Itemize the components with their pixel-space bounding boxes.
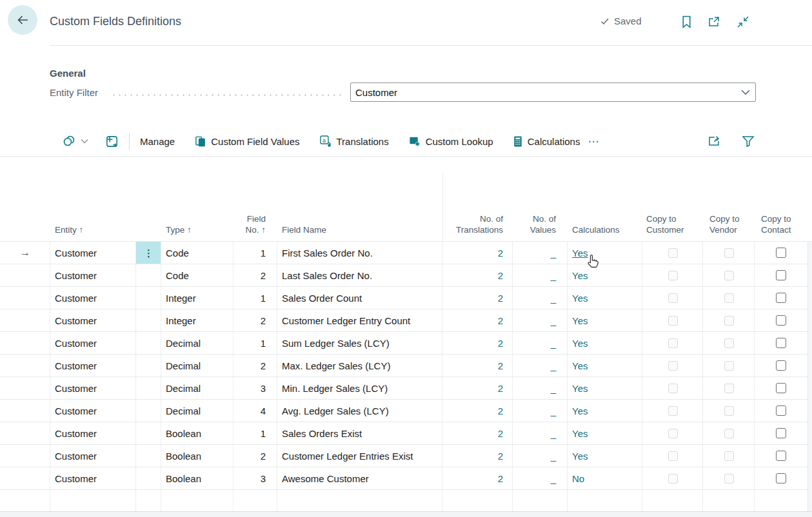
cell-entity[interactable]: Customer xyxy=(50,400,136,422)
cell-calculations-link[interactable]: Yes xyxy=(568,332,642,354)
cell-entity[interactable]: Customer xyxy=(50,309,136,331)
cell-field-no[interactable]: 2 xyxy=(233,264,277,286)
cell-calculations-link[interactable]: Yes xyxy=(568,287,642,309)
collapse-button[interactable] xyxy=(735,14,751,30)
calculations-button[interactable]: Calculations xyxy=(510,132,583,151)
column-header-entity[interactable]: Entity ↑ xyxy=(50,224,136,241)
cell-field-no[interactable]: 1 xyxy=(233,242,277,264)
cell-no-of-values-link[interactable]: _ xyxy=(513,264,568,286)
row-menu-cell[interactable] xyxy=(136,400,161,422)
row-menu-cell[interactable] xyxy=(136,422,161,444)
cell-no-of-values-link[interactable]: _ xyxy=(513,422,568,444)
cell-field-no[interactable]: 2 xyxy=(233,445,277,467)
cell-field-name[interactable]: Sales Orders Exist xyxy=(277,422,442,444)
back-button[interactable] xyxy=(8,5,37,35)
cell-no-of-values-link[interactable]: _ xyxy=(513,309,568,331)
entity-filter-select[interactable]: Customer xyxy=(350,83,756,102)
cell-type[interactable]: Integer xyxy=(161,309,233,331)
custom-lookup-button[interactable]: Custom Lookup xyxy=(406,132,496,151)
cell-field-name[interactable]: Max. Ledger Sales (LCY) xyxy=(277,355,442,376)
cell-field-name[interactable]: First Sales Order No. xyxy=(277,242,442,264)
cell-no-of-translations-link[interactable]: 2 xyxy=(442,377,513,399)
vertical-scrollbar[interactable] xyxy=(807,242,812,511)
cell-no-of-translations-link[interactable]: 2 xyxy=(442,467,513,489)
cell-entity[interactable]: Customer xyxy=(50,332,136,354)
cell-no-of-translations-link[interactable]: 2 xyxy=(442,287,513,309)
row-menu-cell[interactable] xyxy=(136,445,161,467)
cell-type[interactable]: Boolean xyxy=(161,445,233,467)
cell-no-of-translations-link[interactable]: 2 xyxy=(442,242,513,264)
cell-no-of-values-link[interactable]: _ xyxy=(513,332,568,354)
cell-field-name[interactable]: Customer Ledger Entry Count xyxy=(277,309,442,331)
cell-entity[interactable]: Customer xyxy=(50,287,136,309)
column-header-no-of-translations[interactable]: No. of Translations xyxy=(442,213,513,241)
cell-calculations-link[interactable]: No xyxy=(568,467,642,489)
row-menu-cell[interactable] xyxy=(136,264,161,286)
cell-type[interactable]: Boolean xyxy=(161,467,233,489)
cell-field-no[interactable]: 3 xyxy=(233,377,277,399)
share-button[interactable] xyxy=(704,131,724,151)
design-layout-button[interactable] xyxy=(103,131,121,152)
row-menu-cell[interactable] xyxy=(136,332,161,354)
cell-no-of-values-link[interactable]: _ xyxy=(513,355,568,376)
cell-type[interactable]: Decimal xyxy=(161,355,233,376)
cell-entity[interactable]: Customer xyxy=(50,377,136,399)
column-header-copy-to-contact[interactable]: Copy to Contact xyxy=(755,213,807,241)
cell-no-of-translations-link[interactable]: 2 xyxy=(442,422,513,444)
cell-field-name[interactable]: Customer Ledger Entries Exist xyxy=(277,445,442,467)
copy-to-contact-checkbox[interactable] xyxy=(776,248,786,258)
cell-type[interactable]: Decimal xyxy=(161,377,233,399)
cell-field-name[interactable]: Sales Order Count xyxy=(277,287,442,309)
copy-to-contact-checkbox[interactable] xyxy=(776,315,786,326)
cell-field-no[interactable]: 3 xyxy=(233,467,277,489)
cell-field-no[interactable]: 1 xyxy=(233,422,277,444)
cell-calculations-link[interactable]: Yes xyxy=(568,400,642,422)
column-header-field-no[interactable]: Field No. ↑ xyxy=(233,213,277,241)
copy-to-contact-checkbox[interactable] xyxy=(776,473,786,483)
cell-field-no[interactable]: 2 xyxy=(233,355,277,376)
cell-calculations-link[interactable]: Yes xyxy=(568,242,642,264)
row-menu-cell[interactable] xyxy=(136,309,161,331)
cell-calculations-link[interactable]: Yes xyxy=(568,445,642,467)
bookmark-button[interactable] xyxy=(678,14,695,30)
cell-calculations-link[interactable]: Yes xyxy=(568,264,642,286)
copy-to-contact-checkbox[interactable] xyxy=(776,293,786,303)
cell-no-of-values-link[interactable]: _ xyxy=(513,400,568,422)
views-button[interactable] xyxy=(59,130,91,152)
open-in-new-window-button[interactable] xyxy=(706,14,722,30)
cell-field-name[interactable]: Sum Ledger Sales (LCY) xyxy=(277,332,442,354)
column-header-field-name[interactable]: Field Name xyxy=(277,224,442,241)
cell-field-no[interactable]: 2 xyxy=(233,309,277,331)
more-options-button[interactable]: ⋯ xyxy=(582,131,605,152)
table-row-empty[interactable] xyxy=(0,490,812,511)
cell-no-of-translations-link[interactable]: 2 xyxy=(442,400,513,422)
custom-field-values-button[interactable]: Custom Field Values xyxy=(192,132,302,151)
copy-to-contact-checkbox[interactable] xyxy=(776,270,786,280)
cell-type[interactable]: Decimal xyxy=(161,400,233,422)
cell-type[interactable]: Decimal xyxy=(161,332,233,354)
cell-entity[interactable]: Customer xyxy=(50,445,136,467)
cell-entity[interactable]: Customer xyxy=(50,355,136,376)
cell-type[interactable]: Integer xyxy=(161,287,233,309)
cell-no-of-translations-link[interactable]: 2 xyxy=(442,309,513,331)
cell-entity[interactable]: Customer xyxy=(50,422,136,444)
copy-to-contact-checkbox[interactable] xyxy=(776,338,786,348)
cell-field-no[interactable]: 1 xyxy=(233,287,277,309)
cell-no-of-translations-link[interactable]: 2 xyxy=(442,355,513,376)
cell-field-name[interactable]: Min. Ledger Sales (LCY) xyxy=(277,377,442,399)
column-header-copy-to-customer[interactable]: Copy to Customer xyxy=(642,213,703,241)
cell-no-of-values-link[interactable]: _ xyxy=(513,445,568,467)
cell-calculations-link[interactable]: Yes xyxy=(568,377,642,399)
cell-calculations-link[interactable]: Yes xyxy=(568,309,642,331)
filter-button[interactable] xyxy=(739,131,757,151)
row-menu-cell[interactable]: ⋮ xyxy=(136,242,161,264)
cell-entity[interactable]: Customer xyxy=(50,264,136,286)
copy-to-contact-checkbox[interactable] xyxy=(776,405,786,416)
cell-no-of-translations-link[interactable]: 2 xyxy=(442,264,513,286)
cell-type[interactable]: Boolean xyxy=(161,422,233,444)
cell-no-of-values-link[interactable]: _ xyxy=(513,467,568,489)
cell-field-no[interactable]: 4 xyxy=(233,400,277,422)
cell-entity[interactable]: Customer xyxy=(50,467,136,489)
cell-no-of-values-link[interactable]: _ xyxy=(513,287,568,309)
cell-field-name[interactable]: Awesome Customer xyxy=(277,467,442,489)
